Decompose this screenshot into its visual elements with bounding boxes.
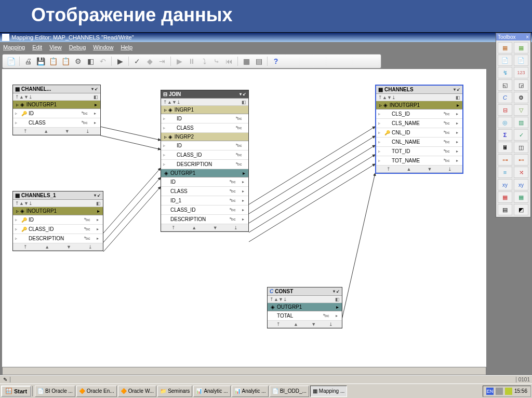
menu-mapping[interactable]: Mapping bbox=[3, 44, 25, 50]
lang-indicator[interactable]: EN bbox=[486, 388, 494, 395]
node-nav[interactable]: ⤒▲▼⤓◧ bbox=[268, 296, 342, 303]
field-row[interactable]: ▹IDªbc bbox=[161, 114, 248, 123]
field-row[interactable]: ID_1ªbc▸ bbox=[161, 196, 248, 205]
tbx-const-icon[interactable]: C bbox=[498, 92, 512, 103]
tbx-check-icon[interactable]: ✓ bbox=[514, 129, 528, 141]
node-header[interactable]: ▦ CHANNEL...▾ ↙ bbox=[13, 85, 100, 93]
node-nav[interactable]: ⤒▲▼⤓◧ bbox=[13, 200, 103, 207]
field-row[interactable]: CLASS_IDªbc▸ bbox=[161, 205, 248, 215]
field-row[interactable]: ▹CLS_NAMEªbc▸ bbox=[376, 119, 462, 128]
tool-icon[interactable]: ⚙ bbox=[73, 56, 83, 66]
task-item[interactable]: 📄BI_ODD_... bbox=[270, 386, 309, 397]
field-row[interactable]: ▹CLASSªbc bbox=[161, 123, 248, 133]
toolbox-close-icon[interactable]: × bbox=[526, 34, 529, 40]
save-icon[interactable]: 💾 bbox=[35, 56, 46, 66]
tbx-grid-icon[interactable]: ▦ bbox=[498, 191, 512, 203]
tbx-num-icon[interactable]: 123 bbox=[514, 67, 528, 78]
field-row[interactable]: ▹DESCRIPTIONªbc▸ bbox=[13, 234, 103, 243]
field-row[interactable]: ▹CNL_NAMEªbc▸ bbox=[376, 138, 462, 147]
node-join[interactable]: ⊟ JOIN▾ ↙ ⤒▲▼⤓◧ ▹ ◈ INGRP1 ▹IDªbc ▹CLASS… bbox=[161, 90, 249, 232]
tbx-arrow-icon[interactable]: ↯ bbox=[498, 67, 512, 78]
group-inoutgrp1[interactable]: ▹ ◈ INOUTGRP1▸ bbox=[13, 101, 100, 109]
node-header[interactable]: ▦ CHANNELS_1▾ ↙ bbox=[13, 191, 103, 200]
task-item[interactable]: 📄BI Oracle ... bbox=[35, 386, 75, 397]
tbx-split-icon[interactable]: ⤨ bbox=[514, 167, 528, 178]
group-ingrp2[interactable]: ▹ ◈ INGRP2 bbox=[161, 133, 248, 141]
tbx-cube2-icon[interactable]: ◲ bbox=[514, 79, 528, 91]
run-icon[interactable]: ▶ bbox=[115, 56, 125, 66]
copy-icon[interactable]: 📋 bbox=[48, 56, 58, 66]
field-row[interactable]: ▹🔑CNL_IDªbc▸ bbox=[376, 128, 462, 138]
scrollbar-horizontal[interactable] bbox=[2, 367, 486, 375]
field-row[interactable]: ▹🔑IDªbc▸ bbox=[13, 109, 100, 118]
group-inoutgrp1[interactable]: ▹ ◈ INOUTGRP1▸ bbox=[13, 207, 103, 215]
task-item[interactable]: 📊Analytic ... bbox=[193, 386, 230, 397]
help-icon[interactable]: ? bbox=[271, 56, 281, 66]
tbx-link2-icon[interactable]: ⊷ bbox=[514, 154, 528, 166]
pause-icon[interactable]: ⏸ bbox=[187, 56, 197, 66]
field-row[interactable]: ▹CLS_IDªbc▸ bbox=[376, 109, 462, 119]
start-button[interactable]: 🪟 Start bbox=[1, 386, 31, 397]
field-row[interactable]: ▹CLASS_IDªbc bbox=[161, 150, 248, 160]
toolbox-titlebar[interactable]: Toolbox × bbox=[496, 33, 530, 40]
stepover-icon[interactable]: ⤵ bbox=[199, 56, 209, 66]
field-row[interactable]: DESCRIPTIONªbc▸ bbox=[161, 215, 248, 224]
group-outgrp1[interactable]: ◈ OUTGRP1▸ bbox=[161, 169, 248, 177]
tbx-xy-icon[interactable]: xy bbox=[498, 179, 512, 190]
tbx-venn-icon[interactable]: ◎ bbox=[498, 117, 512, 128]
tbx-sort-icon[interactable]: ≡ bbox=[498, 167, 512, 178]
menu-window[interactable]: Window bbox=[93, 44, 113, 50]
tbx-doc2-icon[interactable]: 📄 bbox=[514, 54, 528, 66]
menu-view[interactable]: View bbox=[49, 44, 62, 50]
tbx-group-icon[interactable]: ◫ bbox=[514, 142, 528, 153]
field-row[interactable]: ▹TOT_IDªbc▸ bbox=[376, 147, 462, 156]
field-row[interactable]: IDªbc▸ bbox=[161, 177, 248, 187]
validate-icon[interactable]: ✓ bbox=[132, 56, 142, 66]
layout2-icon[interactable]: ▤ bbox=[254, 56, 264, 66]
tool2-icon[interactable]: ◧ bbox=[85, 56, 96, 66]
group-inoutgrp1[interactable]: ▹ ◈ INOUTGRP1▸ bbox=[376, 101, 462, 109]
node-header[interactable]: ▦ CHANNELS▾ ↙ bbox=[376, 86, 462, 94]
undo-icon[interactable]: ↶ bbox=[98, 56, 108, 66]
stepinto-icon[interactable]: ⤷ bbox=[211, 56, 222, 66]
task-item-active[interactable]: ▦Mapping ... bbox=[310, 386, 347, 397]
menu-help[interactable]: Help bbox=[121, 44, 132, 50]
node-header[interactable]: C CONST▾ ↙ bbox=[268, 287, 342, 296]
task-item[interactable]: 📊Analytic ... bbox=[232, 386, 269, 397]
group-outgrp1[interactable]: ◈ OUTGRP1▸ bbox=[268, 303, 342, 311]
node-nav[interactable]: ⤒▲▼⤓◧ bbox=[376, 94, 462, 101]
tbx-xy2-icon[interactable]: xy bbox=[514, 179, 528, 190]
play-icon[interactable]: ▶ bbox=[174, 56, 184, 66]
node-channels-1[interactable]: ▦ CHANNELS_1▾ ↙ ⤒▲▼⤓◧ ▹ ◈ INOUTGRP1▸ ▹🔑I… bbox=[12, 191, 103, 251]
tbx-filter-icon[interactable]: ▽ bbox=[514, 104, 528, 116]
tbx-link-icon[interactable]: ⊶ bbox=[498, 154, 512, 166]
node-nav[interactable]: ⤒▲▼⤓◧ bbox=[161, 99, 248, 106]
field-row[interactable]: ▹🔑CLASS_IDªbc▸ bbox=[13, 225, 103, 234]
node-channel-src[interactable]: ▦ CHANNEL...▾ ↙ ⤒▲▼⤓◧ ▹ ◈ INOUTGRP1▸ ▹🔑I… bbox=[12, 85, 101, 135]
field-row[interactable]: ▹DESCRIPTIONªbc bbox=[161, 160, 248, 169]
group-ingrp1[interactable]: ▹ ◈ INGRP1 bbox=[161, 106, 248, 114]
tbx-gear-icon[interactable]: ⚙ bbox=[514, 92, 528, 103]
step-icon[interactable]: ⇥ bbox=[157, 56, 167, 66]
tbx-chart-icon[interactable]: ▥ bbox=[514, 117, 528, 128]
task-item[interactable]: 🔶Oracle En... bbox=[76, 386, 117, 397]
field-row[interactable]: TOTALªbc▸ bbox=[268, 311, 342, 321]
tbx-join-icon[interactable]: ⊟ bbox=[498, 104, 512, 116]
task-item[interactable]: 📁Seminars bbox=[157, 386, 192, 397]
field-row[interactable]: ▹CLASSªbc▸ bbox=[13, 118, 100, 128]
tray-icon[interactable] bbox=[496, 388, 503, 395]
tbx-calc-icon[interactable]: 🖩 bbox=[498, 142, 512, 153]
tbx-doc-icon[interactable]: 📄 bbox=[498, 54, 512, 66]
field-row[interactable]: ▹IDªbc bbox=[161, 141, 248, 150]
node-nav[interactable]: ⤒▲▼⤓◧ bbox=[13, 93, 100, 101]
tray-icon[interactable] bbox=[505, 388, 512, 395]
paste-icon[interactable]: 📋 bbox=[60, 56, 71, 66]
menu-debug[interactable]: Debug bbox=[69, 44, 86, 50]
task-item[interactable]: 🔶Oracle W... bbox=[118, 386, 156, 397]
field-row[interactable]: ▹TOT_NAMEªbc▸ bbox=[376, 156, 462, 166]
tbx-ext-icon[interactable]: ◩ bbox=[514, 204, 528, 215]
field-row[interactable]: CLASSªbc▸ bbox=[161, 187, 248, 196]
tbx-flat-icon[interactable]: ▤ bbox=[498, 204, 512, 215]
layout-icon[interactable]: ▦ bbox=[241, 56, 251, 66]
node-header[interactable]: ⊟ JOIN▾ ↙ bbox=[161, 90, 248, 99]
